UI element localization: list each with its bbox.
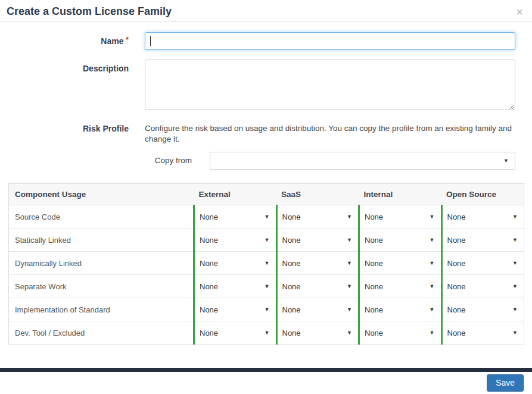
table-row: Separate Work None▼ None▼ None▼ None▼ — [9, 275, 524, 298]
risk-dropdown[interactable]: None▼ — [443, 298, 524, 321]
risk-dropdown[interactable]: None▼ — [443, 229, 524, 251]
chevron-down-icon: ▼ — [512, 237, 518, 243]
risk-dropdown[interactable]: None▼ — [360, 298, 441, 321]
risk-dropdown[interactable]: None▼ — [360, 275, 441, 298]
close-icon[interactable]: × — [516, 6, 523, 18]
footer-divider-bar — [0, 368, 532, 372]
table-row: Implementation of Standard None▼ None▼ N… — [9, 298, 524, 321]
chevron-down-icon: ▼ — [512, 330, 518, 336]
usage-label: Statically Linked — [9, 229, 194, 252]
create-license-family-modal: Create a Custom License Family × Name * … — [0, 0, 532, 345]
chevron-down-icon: ▼ — [503, 158, 509, 164]
description-label: Description — [83, 64, 129, 73]
copy-from-row: Copy from ▼ — [0, 152, 532, 170]
modal-header: Create a Custom License Family × — [0, 0, 532, 22]
chevron-down-icon: ▼ — [347, 284, 352, 289]
chevron-down-icon: ▼ — [512, 284, 518, 289]
chevron-down-icon: ▼ — [347, 214, 352, 220]
risk-profile-label: Risk Profile — [83, 124, 129, 133]
table-row: Statically Linked None▼ None▼ None▼ None… — [9, 229, 524, 252]
risk-dropdown[interactable]: None▼ — [278, 298, 359, 321]
column-header-saas: SaaS — [276, 184, 359, 205]
name-row: Name * — [0, 32, 532, 50]
copy-from-label: Copy from — [0, 152, 210, 170]
chevron-down-icon: ▼ — [430, 261, 435, 266]
usage-label: Source Code — [9, 205, 194, 229]
chevron-down-icon: ▼ — [430, 307, 435, 312]
table-row: Dynamically Linked None▼ None▼ None▼ Non… — [9, 252, 524, 275]
chevron-down-icon: ▼ — [265, 214, 270, 220]
risk-dropdown[interactable]: None▼ — [195, 252, 276, 274]
chevron-down-icon: ▼ — [347, 261, 352, 266]
risk-dropdown[interactable]: None▼ — [443, 321, 524, 344]
chevron-down-icon: ▼ — [265, 284, 270, 289]
risk-profile-help-text: Configure the risk based on usage and di… — [145, 120, 515, 145]
risk-dropdown[interactable]: None▼ — [195, 298, 276, 321]
risk-dropdown[interactable]: None▼ — [278, 205, 359, 228]
column-header-external: External — [194, 184, 277, 205]
column-header-open-source: Open Source — [441, 184, 524, 205]
modal-footer: Save — [0, 368, 532, 394]
required-marker: * — [126, 36, 129, 44]
usage-label: Dev. Tool / Excluded — [9, 321, 194, 345]
chevron-down-icon: ▼ — [430, 284, 435, 289]
table-row: Source Code None▼ None▼ None▼ None▼ — [9, 205, 524, 229]
chevron-down-icon: ▼ — [347, 330, 352, 336]
risk-dropdown[interactable]: None▼ — [443, 275, 524, 298]
risk-dropdown[interactable]: None▼ — [360, 321, 441, 344]
chevron-down-icon: ▼ — [265, 330, 270, 336]
usage-label: Separate Work — [9, 275, 194, 298]
description-row: Description — [0, 60, 532, 110]
risk-dropdown[interactable]: None▼ — [443, 205, 524, 228]
chevron-down-icon: ▼ — [265, 237, 270, 243]
column-header-component-usage: Component Usage — [9, 184, 194, 205]
modal-body: Name * Description Risk Profile Configur… — [0, 22, 532, 345]
chevron-down-icon: ▼ — [347, 237, 352, 243]
risk-dropdown[interactable]: None▼ — [278, 275, 359, 298]
chevron-down-icon: ▼ — [430, 214, 435, 220]
risk-dropdown[interactable]: None▼ — [278, 321, 359, 344]
column-header-internal: Internal — [359, 184, 442, 205]
risk-dropdown[interactable]: None▼ — [278, 229, 359, 251]
risk-dropdown[interactable]: None▼ — [195, 275, 276, 298]
save-button[interactable]: Save — [487, 374, 524, 392]
risk-dropdown[interactable]: None▼ — [278, 252, 359, 274]
chevron-down-icon: ▼ — [512, 214, 518, 220]
chevron-down-icon: ▼ — [512, 261, 518, 266]
text-cursor — [150, 36, 151, 46]
risk-profile-row: Risk Profile Configure the risk based on… — [0, 120, 532, 145]
risk-profile-table: Component Usage External SaaS Internal O… — [8, 183, 524, 345]
chevron-down-icon: ▼ — [265, 261, 270, 266]
risk-dropdown[interactable]: None▼ — [195, 229, 276, 251]
usage-label: Implementation of Standard — [9, 298, 194, 321]
copy-from-select[interactable]: ▼ — [210, 152, 515, 170]
chevron-down-icon: ▼ — [430, 330, 435, 336]
name-input[interactable] — [145, 32, 515, 50]
risk-dropdown[interactable]: None▼ — [360, 229, 441, 251]
risk-dropdown[interactable]: None▼ — [443, 252, 524, 274]
risk-dropdown[interactable]: None▼ — [360, 205, 441, 228]
risk-dropdown[interactable]: None▼ — [195, 205, 276, 228]
table-row: Dev. Tool / Excluded None▼ None▼ None▼ N… — [9, 321, 524, 345]
risk-dropdown[interactable]: None▼ — [195, 321, 276, 344]
chevron-down-icon: ▼ — [512, 307, 518, 312]
risk-dropdown[interactable]: None▼ — [360, 252, 441, 274]
table-header-row: Component Usage External SaaS Internal O… — [9, 184, 524, 205]
chevron-down-icon: ▼ — [347, 307, 352, 312]
page-title: Create a Custom License Family — [7, 5, 172, 18]
name-label: Name * — [101, 36, 129, 46]
description-input[interactable] — [145, 60, 515, 110]
usage-label: Dynamically Linked — [9, 252, 194, 275]
chevron-down-icon: ▼ — [430, 237, 435, 243]
chevron-down-icon: ▼ — [265, 307, 270, 312]
